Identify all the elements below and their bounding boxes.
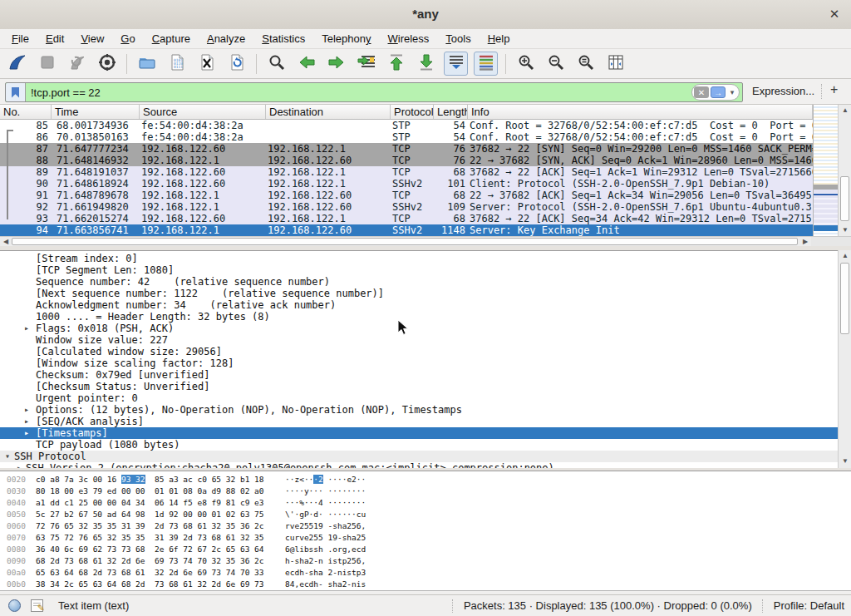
expert-info-button[interactable] — [8, 599, 21, 612]
toolbar-go-to-packet-button[interactable] — [354, 52, 378, 76]
detail-line[interactable]: Urgent pointer: 0 — [0, 392, 851, 404]
capture-comment-button[interactable]: ✎ — [31, 599, 43, 612]
hex-bytes[interactable]: 72 76 65 32 35 35 31 39 2d 73 68 61 32 3… — [36, 520, 264, 532]
toolbar-start-capture-button[interactable] — [5, 52, 29, 76]
hex-row-0050[interactable]: 00505c 27 b2 67 50 ad 64 98 1d 92 00 00 … — [0, 509, 851, 520]
profile-label[interactable]: Profile: Default — [774, 599, 844, 612]
column-header-protocol[interactable]: Protocol — [391, 105, 434, 119]
expand-arrow-icon[interactable]: ▸ — [24, 404, 29, 416]
menu-item-statistics[interactable]: Statistics — [253, 31, 313, 47]
hex-row-0080[interactable]: 008036 40 6c 69 62 73 73 68 2e 6f 72 67 … — [0, 544, 851, 555]
expression-button[interactable]: Expression... — [752, 85, 814, 97]
filter-bookmark-button[interactable] — [6, 83, 26, 101]
details-vscrollbar[interactable]: ▲ ▼ — [838, 250, 851, 468]
hex-ascii[interactable]: ···%···4 ········ — [285, 497, 366, 509]
menu-item-telephony[interactable]: Telephony — [313, 31, 379, 47]
detail-line[interactable]: [Checksum Status: Unverified] — [0, 381, 851, 392]
toolbar-close-file-button[interactable] — [194, 52, 219, 76]
packet-minimap[interactable] — [813, 105, 838, 236]
expand-arrow-icon[interactable]: ▸ — [24, 323, 29, 334]
toolbar-go-last-button[interactable] — [414, 52, 438, 76]
toolbar-go-back-button[interactable] — [294, 52, 318, 76]
scroll-up-arrow-icon[interactable]: ▲ — [839, 105, 851, 116]
menu-item-tools[interactable]: Tools — [437, 31, 479, 47]
hex-ascii[interactable]: \'·gP·d· ······cu — [285, 509, 366, 520]
toolbar-colorize-button[interactable] — [474, 52, 498, 76]
toolbar-zoom-in-button[interactable] — [514, 52, 538, 76]
column-header-time[interactable]: Time — [52, 105, 140, 119]
hex-ascii[interactable]: h-sha2-n istp256, — [285, 555, 366, 567]
collapse-arrow-icon[interactable]: ▾ — [5, 451, 10, 462]
menu-item-view[interactable]: View — [72, 31, 112, 47]
packet-list-vscrollbar[interactable]: ▲ ▼ — [838, 105, 851, 236]
toolbar-capture-options-button[interactable] — [95, 52, 119, 76]
hex-row-00a0[interactable]: 00a065 63 64 68 2d 73 68 61 32 2d 6e 69 … — [0, 567, 851, 579]
add-filter-button[interactable]: + — [830, 82, 838, 97]
menu-item-analyze[interactable]: Analyze — [199, 31, 253, 47]
scrollbar-thumb[interactable] — [840, 263, 849, 334]
hex-row-0070[interactable]: 007063 75 72 76 65 32 35 35 31 39 2d 73 … — [0, 532, 851, 544]
packet-row-92[interactable]: 9271.661949820192.168.122.1192.168.122.6… — [0, 201, 813, 213]
hex-ascii[interactable]: ecdh-sha 2-nistp3 — [285, 567, 366, 579]
detail-line[interactable]: [Calculated window size: 29056] — [0, 346, 851, 357]
packet-list-hscrollbar[interactable]: ◀ ▶ — [0, 236, 811, 246]
menu-item-help[interactable]: Help — [480, 31, 519, 47]
hex-row-0020[interactable]: 0020c0 a8 7a 3c 00 16 93 32 85 a3 ac c0 … — [0, 474, 851, 485]
hex-bytes[interactable]: c0 a8 7a 3c 00 16 93 32 85 a3 ac c0 65 3… — [36, 474, 264, 485]
hex-ascii[interactable]: 6@libssh .org,ecd — [285, 544, 366, 555]
scroll-down-arrow-icon[interactable]: ▼ — [839, 224, 851, 236]
detail-line[interactable]: Sequence number: 42 (relative sequence n… — [0, 276, 851, 288]
hex-bytes[interactable]: 80 18 00 e3 79 ed 00 00 01 01 08 0a d9 8… — [36, 485, 264, 497]
hex-row-0030[interactable]: 003080 18 00 e3 79 ed 00 00 01 01 08 0a … — [0, 485, 851, 497]
detail-line[interactable]: [TCP Segment Len: 1080] — [0, 264, 851, 276]
packet-row-89[interactable]: 8971.648191037192.168.122.60192.168.122.… — [0, 166, 813, 178]
toolbar-save-file-button[interactable]: 010101100111 — [165, 52, 189, 76]
hscrollbar-thumb[interactable] — [12, 238, 798, 245]
toolbar-resize-columns-button[interactable] — [603, 52, 627, 76]
detail-line[interactable]: Window size value: 227 — [0, 334, 851, 346]
packet-row-87[interactable]: 8771.647777234192.168.122.60192.168.122.… — [0, 143, 813, 155]
detail-line[interactable]: [Window size scaling factor: 128] — [0, 357, 851, 369]
hex-bytes[interactable]: 5c 27 b2 67 50 ad 64 98 1d 92 00 00 01 0… — [36, 509, 264, 520]
hex-ascii[interactable]: rve25519 -sha256, — [285, 520, 366, 532]
detail-line[interactable]: TCP payload (1080 bytes) — [0, 439, 851, 451]
detail-line[interactable]: ▸[Timestamps] — [0, 427, 851, 439]
detail-line[interactable]: [Next sequence number: 1122 (relative se… — [0, 288, 851, 299]
menu-item-go[interactable]: Go — [112, 31, 143, 47]
detail-line[interactable]: ▸SSH Version 2 (encryption:chacha20-poly… — [0, 462, 851, 468]
toolbar-open-file-button[interactable] — [135, 52, 159, 76]
toolbar-go-first-button[interactable] — [384, 52, 408, 76]
hex-bytes[interactable]: 38 34 2c 65 63 64 68 2d 73 68 61 32 2d 6… — [36, 579, 264, 590]
hex-row-00b0[interactable]: 00b038 34 2c 65 63 64 68 2d 73 68 61 32 … — [0, 579, 851, 590]
filter-input[interactable] — [26, 86, 691, 99]
packet-row-90[interactable]: 9071.648618924192.168.122.60192.168.122.… — [0, 178, 813, 190]
hex-bytes[interactable]: 36 40 6c 69 62 73 73 68 2e 6f 72 67 2c 6… — [36, 544, 264, 555]
expand-arrow-icon[interactable]: ▸ — [24, 427, 29, 439]
column-header-destination[interactable]: Destination — [266, 105, 391, 119]
scrollbar-thumb[interactable] — [840, 176, 849, 221]
close-button[interactable]: ✕ — [826, 6, 843, 22]
expand-arrow-icon[interactable]: ▸ — [17, 462, 22, 468]
packet-row-88[interactable]: 8871.648146932192.168.122.1192.168.122.6… — [0, 155, 813, 166]
hex-bytes[interactable]: 65 63 64 68 2d 73 68 61 32 2d 6e 69 73 7… — [36, 567, 264, 579]
packet-row-85[interactable]: 8568.001734936fe:54:00:d4:38:2aSTP54Conf… — [0, 120, 813, 131]
hex-bytes[interactable]: 63 75 72 76 65 32 35 35 31 39 2d 73 68 6… — [36, 532, 264, 544]
packet-row-94[interactable]: 9471.663856741192.168.122.1192.168.122.6… — [0, 224, 813, 236]
column-header-no[interactable]: No. — [0, 105, 52, 119]
detail-line[interactable]: [Stream index: 0] — [0, 253, 851, 264]
filter-dropdown-button[interactable]: ▾ — [727, 86, 737, 98]
toolbar-reload-file-button[interactable] — [224, 52, 248, 76]
title-bar[interactable]: *any ✕ — [0, 0, 851, 30]
hex-bytes[interactable]: 68 2d 73 68 61 32 2d 6e 69 73 74 70 32 3… — [36, 555, 264, 567]
menu-item-capture[interactable]: Capture — [144, 31, 199, 47]
column-header-length[interactable]: Length — [434, 105, 468, 119]
detail-line[interactable]: ▸Options: (12 bytes), No-Operation (NOP)… — [0, 404, 851, 416]
scroll-up-arrow-icon[interactable]: ▲ — [839, 250, 851, 262]
hex-ascii[interactable]: ····y··· ········ — [285, 485, 366, 497]
hex-row-0040[interactable]: 0040a1 dd c1 25 00 00 04 34 06 14 f5 e8 … — [0, 497, 851, 509]
apply-filter-button[interactable]: → — [711, 86, 726, 98]
menu-item-wireless[interactable]: Wireless — [380, 31, 438, 47]
toolbar-zoom-out-button[interactable] — [544, 52, 568, 76]
hex-ascii[interactable]: 84,ecdh- sha2-nis — [285, 579, 366, 590]
column-header-source[interactable]: Source — [140, 105, 266, 119]
